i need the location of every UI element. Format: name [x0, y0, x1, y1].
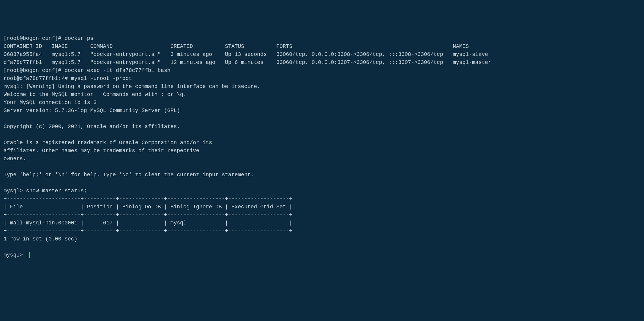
mysql-prompt: mysql>	[4, 252, 26, 258]
docker-ps-row: dfa78c77ffb1 mysql:5.7 "docker-entrypoin…	[4, 59, 491, 65]
mysql-table-header: | File | Position | Binlog_Do_DB | Binlo…	[4, 204, 292, 210]
mysql-result-summary: 1 row in set (0.00 sec)	[4, 236, 77, 242]
mysql-server-version: Server version: 5.7.36-log MySQL Communi…	[4, 108, 180, 114]
mysql-table-border: +-----------------------+----------+----…	[4, 212, 292, 218]
mysql-warning: mysql: [Warning] Using a password on the…	[4, 84, 260, 89]
mysql-trademark: affiliates. Other names may be trademark…	[4, 148, 199, 154]
cursor-icon	[27, 252, 30, 258]
docker-ps-header: CONTAINER ID IMAGE COMMAND CREATED STATU…	[4, 43, 469, 49]
mysql-table-row: | mall-mysql-bin.000001 | 617 | | mysql …	[4, 220, 292, 226]
mysql-connection-id: Your MySQL connection id is 3	[4, 100, 97, 106]
terminal-output[interactable]: [root@bogon conf]# docker ps CONTAINER I…	[4, 34, 640, 259]
mysql-trademark: Oracle is a registered trademark of Orac…	[4, 140, 212, 146]
terminal-line: [root@bogon conf]# docker ps	[4, 35, 93, 41]
mysql-copyright: Copyright (c) 2000, 2021, Oracle and/or …	[4, 124, 180, 130]
mysql-table-border: +-----------------------+----------+----…	[4, 228, 292, 234]
terminal-line: [root@bogon conf]# docker exec -it dfa78…	[4, 67, 171, 73]
mysql-table-border: +-----------------------+----------+----…	[4, 196, 292, 202]
mysql-welcome: Welcome to the MySQL monitor. Commands e…	[4, 92, 187, 97]
mysql-help-hint: Type 'help;' or '\h' for help. Type '\c'…	[4, 172, 254, 178]
docker-ps-row: 96887a955fa4 mysql:5.7 "docker-entrypoin…	[4, 51, 488, 57]
mysql-trademark: owners.	[4, 156, 26, 162]
terminal-line: root@dfa78c77ffb1:/# mysql -uroot -proot	[4, 75, 132, 81]
mysql-command: mysql> show master status;	[4, 188, 87, 194]
